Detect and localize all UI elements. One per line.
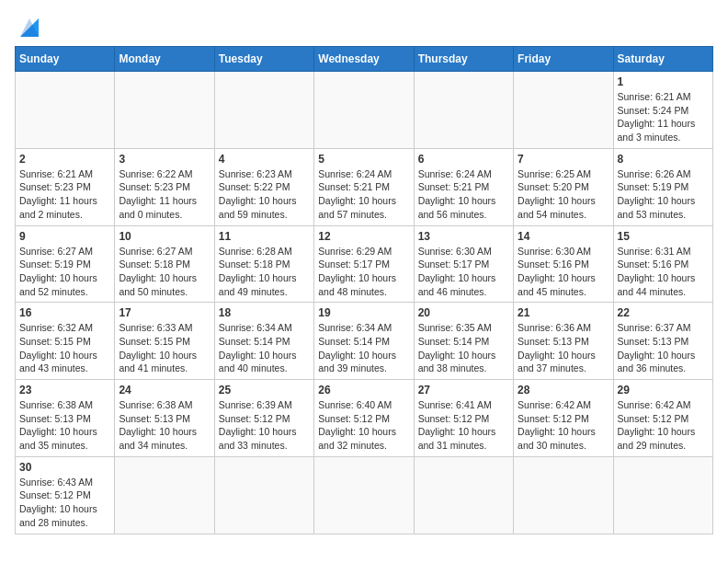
day-number: 10 [119,230,210,243]
calendar-table: Sunday Monday Tuesday Wednesday Thursday… [15,46,713,534]
table-row: 6Sunrise: 6:24 AM Sunset: 5:21 PM Daylig… [414,148,513,225]
table-row [16,72,115,149]
table-row: 3Sunrise: 6:22 AM Sunset: 5:23 PM Daylig… [115,148,214,225]
calendar-week-row: 16Sunrise: 6:32 AM Sunset: 5:15 PM Dayli… [16,303,713,380]
day-number: 30 [19,461,110,474]
day-number: 12 [318,230,409,243]
table-row [613,456,712,534]
header-friday: Friday [514,47,613,72]
table-row [314,72,414,149]
day-info: Sunrise: 6:24 AM Sunset: 5:21 PM Dayligh… [418,167,509,222]
day-info: Sunrise: 6:40 AM Sunset: 5:12 PM Dayligh… [318,398,409,453]
day-number: 29 [618,384,709,396]
header-saturday: Saturday [613,47,712,72]
table-row: 29Sunrise: 6:42 AM Sunset: 5:12 PM Dayli… [613,380,712,457]
day-number: 25 [219,384,310,396]
table-row: 22Sunrise: 6:37 AM Sunset: 5:13 PM Dayli… [613,303,712,380]
table-row: 12Sunrise: 6:29 AM Sunset: 5:17 PM Dayli… [314,225,414,303]
header-tuesday: Tuesday [214,47,313,72]
table-row: 11Sunrise: 6:28 AM Sunset: 5:18 PM Dayli… [214,225,313,303]
table-row [214,72,313,149]
table-row: 19Sunrise: 6:34 AM Sunset: 5:14 PM Dayli… [314,303,414,380]
day-number: 9 [19,230,110,243]
table-row: 25Sunrise: 6:39 AM Sunset: 5:12 PM Dayli… [214,380,313,457]
day-info: Sunrise: 6:33 AM Sunset: 5:15 PM Dayligh… [119,321,210,375]
table-row: 21Sunrise: 6:36 AM Sunset: 5:13 PM Dayli… [514,303,613,380]
header-thursday: Thursday [414,47,513,72]
day-number: 17 [119,306,210,319]
day-number: 26 [318,384,409,396]
day-info: Sunrise: 6:35 AM Sunset: 5:14 PM Dayligh… [418,321,509,375]
table-row [414,72,513,149]
table-row: 16Sunrise: 6:32 AM Sunset: 5:15 PM Dayli… [16,303,115,380]
table-row: 23Sunrise: 6:38 AM Sunset: 5:13 PM Dayli… [16,380,115,457]
day-number: 23 [19,384,110,396]
logo-triangle-icon [17,15,42,40]
day-info: Sunrise: 6:25 AM Sunset: 5:20 PM Dayligh… [518,167,609,222]
day-info: Sunrise: 6:31 AM Sunset: 5:16 PM Dayligh… [618,245,709,299]
day-number: 5 [318,153,409,166]
table-row: 5Sunrise: 6:24 AM Sunset: 5:21 PM Daylig… [314,148,414,225]
day-number: 19 [318,306,409,319]
table-row [214,456,313,534]
day-number: 18 [219,306,310,319]
day-info: Sunrise: 6:29 AM Sunset: 5:17 PM Dayligh… [318,245,409,299]
day-number: 3 [119,153,210,166]
logo [15,15,42,37]
day-info: Sunrise: 6:41 AM Sunset: 5:12 PM Dayligh… [418,398,509,453]
table-row: 13Sunrise: 6:30 AM Sunset: 5:17 PM Dayli… [414,225,513,303]
day-info: Sunrise: 6:42 AM Sunset: 5:12 PM Dayligh… [518,398,609,453]
table-row: 27Sunrise: 6:41 AM Sunset: 5:12 PM Dayli… [414,380,513,457]
day-number: 6 [418,153,509,166]
table-row: 30Sunrise: 6:43 AM Sunset: 5:12 PM Dayli… [16,456,115,534]
weekday-header-row: Sunday Monday Tuesday Wednesday Thursday… [16,47,713,72]
table-row [115,456,214,534]
day-info: Sunrise: 6:37 AM Sunset: 5:13 PM Dayligh… [618,321,709,375]
day-info: Sunrise: 6:39 AM Sunset: 5:12 PM Dayligh… [219,398,310,453]
table-row: 20Sunrise: 6:35 AM Sunset: 5:14 PM Dayli… [414,303,513,380]
day-number: 24 [119,384,210,396]
day-number: 21 [518,306,609,319]
table-row: 24Sunrise: 6:38 AM Sunset: 5:13 PM Dayli… [115,380,214,457]
table-row: 9Sunrise: 6:27 AM Sunset: 5:19 PM Daylig… [16,225,115,303]
day-info: Sunrise: 6:26 AM Sunset: 5:19 PM Dayligh… [618,167,709,222]
header-monday: Monday [115,47,214,72]
table-row: 2Sunrise: 6:21 AM Sunset: 5:23 PM Daylig… [16,148,115,225]
table-row: 18Sunrise: 6:34 AM Sunset: 5:14 PM Dayli… [214,303,313,380]
day-info: Sunrise: 6:32 AM Sunset: 5:15 PM Dayligh… [19,321,110,375]
day-info: Sunrise: 6:36 AM Sunset: 5:13 PM Dayligh… [518,321,609,375]
header-sunday: Sunday [16,47,115,72]
day-number: 20 [418,306,509,319]
calendar-week-row: 2Sunrise: 6:21 AM Sunset: 5:23 PM Daylig… [16,148,713,225]
day-info: Sunrise: 6:23 AM Sunset: 5:22 PM Dayligh… [219,167,310,222]
day-info: Sunrise: 6:34 AM Sunset: 5:14 PM Dayligh… [318,321,409,375]
table-row [115,72,214,149]
header-wednesday: Wednesday [314,47,414,72]
day-number: 16 [19,306,110,319]
day-info: Sunrise: 6:43 AM Sunset: 5:12 PM Dayligh… [19,476,110,530]
table-row: 14Sunrise: 6:30 AM Sunset: 5:16 PM Dayli… [514,225,613,303]
table-row [514,456,613,534]
day-info: Sunrise: 6:38 AM Sunset: 5:13 PM Dayligh… [19,398,110,453]
day-number: 4 [219,153,310,166]
day-number: 15 [618,230,709,243]
day-info: Sunrise: 6:42 AM Sunset: 5:12 PM Dayligh… [618,398,709,453]
table-row [514,72,613,149]
day-number: 28 [518,384,609,396]
day-number: 7 [518,153,609,166]
day-info: Sunrise: 6:27 AM Sunset: 5:19 PM Dayligh… [19,245,110,299]
day-number: 1 [618,75,709,88]
day-number: 27 [418,384,509,396]
day-info: Sunrise: 6:21 AM Sunset: 5:24 PM Dayligh… [618,90,709,144]
day-info: Sunrise: 6:30 AM Sunset: 5:17 PM Dayligh… [418,245,509,299]
table-row: 1Sunrise: 6:21 AM Sunset: 5:24 PM Daylig… [613,72,712,149]
page-header [15,15,713,37]
table-row: 4Sunrise: 6:23 AM Sunset: 5:22 PM Daylig… [214,148,313,225]
table-row: 7Sunrise: 6:25 AM Sunset: 5:20 PM Daylig… [514,148,613,225]
table-row: 10Sunrise: 6:27 AM Sunset: 5:18 PM Dayli… [115,225,214,303]
calendar-week-row: 9Sunrise: 6:27 AM Sunset: 5:19 PM Daylig… [16,225,713,303]
day-info: Sunrise: 6:24 AM Sunset: 5:21 PM Dayligh… [318,167,409,222]
day-info: Sunrise: 6:28 AM Sunset: 5:18 PM Dayligh… [219,245,310,299]
calendar-week-row: 1Sunrise: 6:21 AM Sunset: 5:24 PM Daylig… [16,72,713,149]
day-info: Sunrise: 6:27 AM Sunset: 5:18 PM Dayligh… [119,245,210,299]
